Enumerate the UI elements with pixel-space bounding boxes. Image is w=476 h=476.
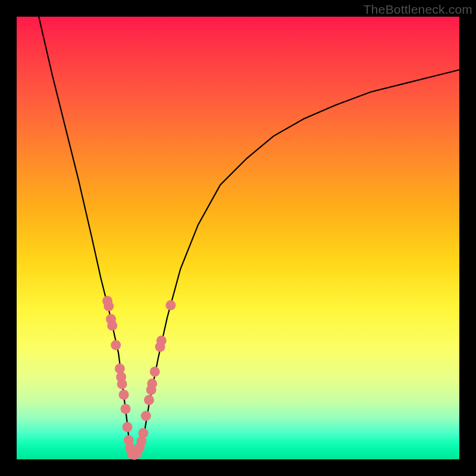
data-point <box>123 422 133 432</box>
chart-svg <box>17 17 459 459</box>
data-point <box>165 300 176 311</box>
data-point <box>111 340 121 350</box>
data-points-group <box>102 296 176 460</box>
data-point <box>138 428 148 439</box>
data-point <box>121 404 131 414</box>
data-point <box>104 301 114 311</box>
data-point <box>156 336 167 346</box>
bottleneck-curve <box>39 17 459 455</box>
watermark-text: TheBottleneck.com <box>364 2 472 17</box>
plot-area <box>17 17 459 459</box>
data-point <box>144 395 154 405</box>
data-point <box>117 379 127 389</box>
data-point <box>119 390 129 400</box>
data-point <box>141 411 151 421</box>
data-point <box>150 367 160 377</box>
data-point <box>107 321 117 331</box>
outer-frame: TheBottleneck.com <box>0 0 476 476</box>
data-point <box>147 378 157 389</box>
